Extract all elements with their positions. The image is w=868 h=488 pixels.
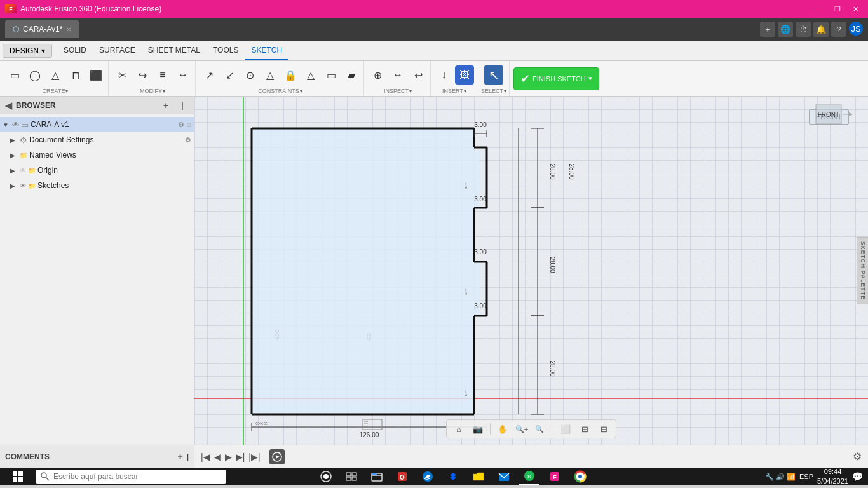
taskbar-fusion-button[interactable]: F xyxy=(545,468,565,485)
tree-extra-root[interactable]: ⊙ xyxy=(186,121,191,128)
mirror-tool[interactable]: ↔ xyxy=(173,65,193,85)
tree-item-root[interactable]: ▼ 👁 ▭ CARA-A v1 ⚙ ⊙ xyxy=(0,117,194,132)
display-mode-button[interactable]: ⬜ xyxy=(557,422,574,436)
point-tool[interactable]: ⬛ xyxy=(86,65,105,85)
tree-eye-root[interactable]: 👁 xyxy=(12,121,19,128)
design-dropdown-button[interactable]: DESIGN ▾ xyxy=(3,44,52,58)
coincident-tool[interactable]: ↗ xyxy=(200,65,219,85)
taskbar-mail-button[interactable] xyxy=(494,468,514,485)
insert-tools: ↓ 🖼 xyxy=(435,62,474,88)
tree-eye-sketches[interactable]: 👁 xyxy=(20,182,26,189)
extend-tool[interactable]: ↪ xyxy=(133,65,152,85)
tree-eye-origin[interactable]: 👁 xyxy=(20,167,26,174)
taskbar-search-box[interactable] xyxy=(36,470,226,484)
inspect-btn3[interactable]: ↩ xyxy=(409,65,428,85)
comments-add-button[interactable]: + xyxy=(177,452,182,462)
canvas-area[interactable]: -100 -50 xyxy=(194,97,868,445)
taskbar-dropbox-button[interactable] xyxy=(443,468,463,485)
tree-label-sketches: Sketches xyxy=(37,181,191,190)
view-home-button[interactable]: ⌂ xyxy=(451,422,467,436)
pan-button[interactable]: ✋ xyxy=(494,422,511,436)
zoom-out-button[interactable]: 🔍- xyxy=(532,422,549,436)
new-tab-button[interactable]: + xyxy=(760,22,775,37)
browser-add-button[interactable]: + xyxy=(159,99,172,112)
svg-marker-52 xyxy=(849,112,853,116)
tree-item-origin[interactable]: ▶ 👁 📁 Origin xyxy=(0,163,194,178)
collinear-tool[interactable]: ↙ xyxy=(220,65,239,85)
taskbar-search-input[interactable] xyxy=(53,472,221,481)
select-btn[interactable]: ↖ xyxy=(484,65,503,85)
finish-sketch-button[interactable]: ✔ FINISH SKETCH ▾ xyxy=(513,67,599,90)
snap-button[interactable]: ⊟ xyxy=(595,422,612,436)
inspect-btn2[interactable]: ↔ xyxy=(388,65,407,85)
start-button[interactable] xyxy=(5,469,31,484)
horizontal-tool[interactable]: △ xyxy=(301,65,320,85)
browser-collapse-button[interactable]: | xyxy=(176,99,189,112)
close-button[interactable]: ✕ xyxy=(848,3,863,15)
nav-end-button[interactable]: |▶| xyxy=(248,452,260,462)
user-button[interactable]: JS xyxy=(849,22,863,36)
taskbar-spotify-button[interactable]: S xyxy=(519,468,539,485)
grid-button[interactable]: ⊞ xyxy=(576,422,593,436)
triangle-tool[interactable]: △ xyxy=(46,65,65,85)
taskbar-cortana-button[interactable] xyxy=(316,468,336,485)
concentric-tool[interactable]: ⊙ xyxy=(240,65,259,85)
inspect-btn1[interactable]: ⊕ xyxy=(368,65,387,85)
help-button[interactable]: ? xyxy=(831,22,846,37)
taskbar-chrome-button[interactable] xyxy=(570,468,590,485)
view-cube[interactable]: FRONT xyxy=(803,102,854,127)
tab-cara-av1[interactable]: ⬡ CARA-Av1* ✕ xyxy=(5,20,79,38)
taskbar-multitask-button[interactable] xyxy=(341,468,362,485)
zoom-in-button[interactable]: 🔍+ xyxy=(513,422,530,436)
minimize-button[interactable]: — xyxy=(812,3,827,15)
notification-button[interactable]: 🔔 xyxy=(813,22,829,37)
tree-item-doc-settings[interactable]: ▶ ⚙ Document Settings ⚙ xyxy=(0,132,194,147)
circle-tool[interactable]: ◯ xyxy=(25,65,44,85)
comments-collapse-button[interactable]: | xyxy=(187,452,189,461)
trim-tool[interactable]: ✂ xyxy=(112,65,132,85)
nav-play-button[interactable]: ▶ xyxy=(225,452,232,462)
taskbar-folder-button[interactable] xyxy=(468,468,489,485)
select-tools: ↖ xyxy=(484,62,503,88)
tree-gear-root[interactable]: ⚙ xyxy=(178,121,184,129)
offset-tool[interactable]: ≡ xyxy=(153,65,172,85)
line-tool[interactable]: ⊓ xyxy=(66,65,85,85)
browser-expand-icon[interactable]: ◀ xyxy=(5,100,12,111)
settings-button[interactable]: ⚙ xyxy=(853,451,862,463)
nav-start-button[interactable]: |◀ xyxy=(201,452,210,462)
history-button[interactable]: ⏱ xyxy=(796,22,811,37)
sketch-palette-tab[interactable]: SKETCH PALETTE xyxy=(857,237,868,304)
taskbar-language[interactable]: ESP xyxy=(799,473,813,480)
sketch-canvas[interactable]: -100 -50 xyxy=(194,97,868,445)
parallel-tool[interactable]: ▰ xyxy=(342,65,361,85)
perpendicular-tool[interactable]: ▭ xyxy=(322,65,341,85)
cloud-button[interactable]: 🌐 xyxy=(778,22,793,37)
nav-next-button[interactable]: ▶| xyxy=(236,452,245,462)
insert-btn1[interactable]: ↓ xyxy=(435,65,454,85)
svg-text:O: O xyxy=(400,474,405,481)
app-icon: F xyxy=(5,4,17,13)
tree-item-sketches[interactable]: ▶ 👁 📁 Sketches xyxy=(0,178,194,193)
nav-prev-button[interactable]: ◀ xyxy=(214,452,221,462)
tree-gear-doc-settings[interactable]: ⚙ xyxy=(185,136,191,144)
tab-solid[interactable]: SOLID xyxy=(57,41,93,60)
tab-tools[interactable]: TOOLS xyxy=(207,41,245,60)
notification-tray[interactable]: 🔧 🔊 📶 xyxy=(765,473,796,481)
midpoint-tool[interactable]: △ xyxy=(261,65,280,85)
tab-surface[interactable]: SURFACE xyxy=(93,41,142,60)
animation-icon[interactable] xyxy=(269,449,285,464)
notification-bell[interactable]: 💬 xyxy=(852,471,863,482)
taskbar-office-button[interactable]: O xyxy=(392,468,412,485)
tree-item-named-views[interactable]: ▶ 📁 Named Views xyxy=(0,147,194,163)
taskbar-edge-button[interactable] xyxy=(417,468,438,485)
restore-button[interactable]: ❐ xyxy=(830,3,845,15)
insert-btn2[interactable]: 🖼 xyxy=(455,65,474,85)
rectangle-tool[interactable]: ▭ xyxy=(5,65,24,85)
tab-close-icon[interactable]: ✕ xyxy=(66,26,71,33)
fix-tool[interactable]: 🔒 xyxy=(281,65,300,85)
taskbar-explorer-button[interactable] xyxy=(367,468,387,485)
tab-sheet-metal[interactable]: SHEET METAL xyxy=(142,41,207,60)
tab-sketch[interactable]: SKETCH xyxy=(245,41,288,60)
svg-rect-62 xyxy=(346,473,351,476)
camera-button[interactable]: 📷 xyxy=(470,422,486,436)
